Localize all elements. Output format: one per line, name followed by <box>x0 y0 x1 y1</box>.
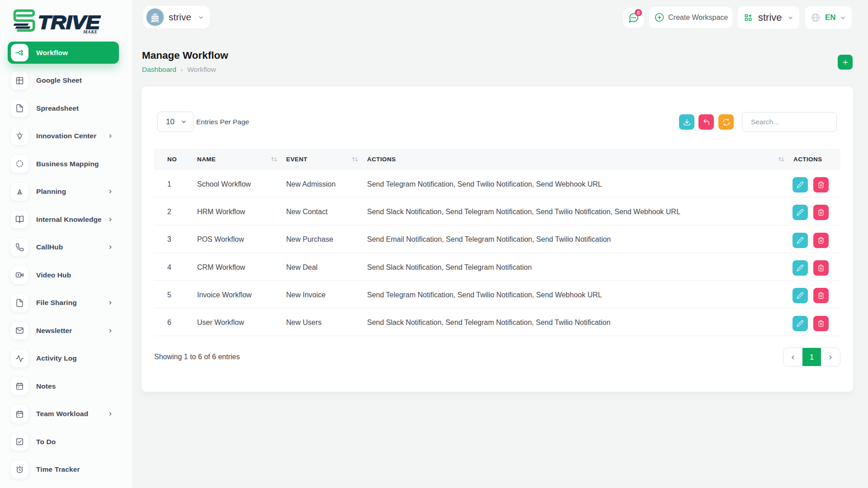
svg-text:MAKE: MAKE <box>83 29 98 34</box>
